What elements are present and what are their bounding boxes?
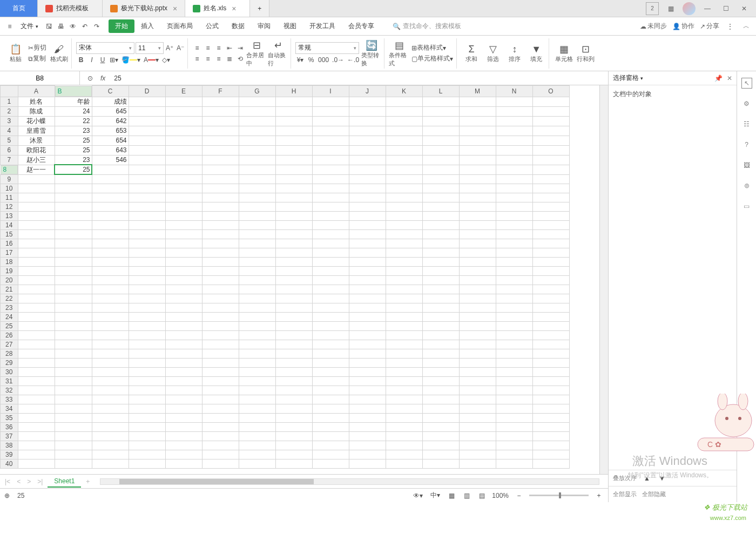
sync-button[interactable]: ☁ 未同步 (640, 22, 667, 31)
cell[interactable] (349, 116, 386, 126)
cell[interactable] (349, 136, 386, 145)
inc-decimal-icon[interactable]: .0→ (331, 55, 345, 65)
cell[interactable]: 653 (92, 126, 129, 136)
row-header[interactable]: 16 (1, 239, 18, 248)
cell[interactable] (532, 431, 569, 441)
cell[interactable] (165, 136, 202, 145)
cell[interactable] (18, 358, 55, 367)
cell[interactable] (165, 450, 202, 459)
cell[interactable]: 沐景 (18, 136, 55, 145)
cell[interactable] (422, 136, 459, 145)
row-header[interactable]: 12 (1, 202, 18, 211)
cell[interactable] (312, 441, 349, 450)
underline-button[interactable]: U (98, 55, 107, 65)
cell[interactable] (386, 459, 422, 468)
cell[interactable] (532, 145, 569, 155)
cell[interactable] (532, 321, 569, 330)
paste-button[interactable]: 📋粘贴 (5, 39, 26, 68)
image-icon[interactable]: 🖼 (741, 160, 752, 171)
cell[interactable] (496, 106, 532, 116)
cell[interactable] (532, 116, 569, 126)
cell[interactable] (532, 386, 569, 395)
cell[interactable] (312, 155, 349, 165)
cell[interactable] (386, 303, 422, 312)
cell[interactable] (459, 330, 496, 340)
cell[interactable] (349, 358, 386, 367)
cell[interactable] (18, 367, 55, 376)
cell[interactable] (496, 174, 532, 184)
cell[interactable] (496, 202, 532, 211)
cell[interactable] (129, 97, 165, 106)
avatar[interactable] (683, 2, 696, 15)
cell[interactable] (129, 330, 165, 340)
row-header[interactable]: 39 (1, 450, 18, 459)
cell[interactable] (422, 202, 459, 211)
row-header[interactable]: 25 (1, 321, 18, 330)
cell[interactable] (275, 136, 312, 145)
cell[interactable] (202, 413, 239, 422)
cell[interactable] (459, 340, 496, 349)
cell[interactable] (92, 257, 129, 266)
cell[interactable] (92, 376, 129, 386)
cell[interactable] (459, 136, 496, 145)
cell[interactable] (55, 367, 92, 376)
cell[interactable] (422, 413, 459, 422)
cell[interactable] (55, 431, 92, 441)
cell[interactable]: 25 (55, 136, 92, 145)
cell[interactable] (55, 330, 92, 340)
cell[interactable] (239, 202, 275, 211)
cell[interactable] (239, 106, 275, 116)
cell[interactable] (239, 395, 275, 404)
cell[interactable] (239, 248, 275, 257)
cells-button[interactable]: ▦单元格 (554, 39, 574, 68)
cell[interactable] (422, 395, 459, 404)
cell[interactable] (422, 193, 459, 202)
cell[interactable] (129, 349, 165, 358)
menu-view[interactable]: 视图 (277, 19, 303, 33)
cell[interactable] (496, 367, 532, 376)
cell[interactable] (92, 275, 129, 285)
cell[interactable] (349, 349, 386, 358)
cell[interactable] (239, 294, 275, 303)
cell[interactable] (349, 413, 386, 422)
cell[interactable] (275, 422, 312, 431)
cell[interactable] (496, 422, 532, 431)
cell[interactable] (129, 294, 165, 303)
cell[interactable] (92, 174, 129, 184)
cell[interactable] (459, 184, 496, 193)
cell[interactable] (422, 450, 459, 459)
next-sheet-icon[interactable]: > (25, 478, 32, 485)
cell[interactable] (165, 312, 202, 321)
cell[interactable] (349, 229, 386, 239)
cell[interactable] (165, 441, 202, 450)
cell[interactable] (386, 202, 422, 211)
cell[interactable] (239, 330, 275, 340)
cell[interactable] (275, 450, 312, 459)
cell[interactable] (312, 193, 349, 202)
cell[interactable] (55, 248, 92, 257)
cell[interactable] (386, 404, 422, 413)
cell[interactable] (129, 340, 165, 349)
cell[interactable] (55, 321, 92, 330)
cell[interactable] (312, 220, 349, 229)
cell[interactable] (422, 97, 459, 106)
cell[interactable]: 643 (92, 145, 129, 155)
cell[interactable] (165, 349, 202, 358)
zoom-in-icon[interactable]: + (594, 491, 604, 501)
cell[interactable] (202, 136, 239, 145)
cell[interactable] (55, 386, 92, 395)
bold-button[interactable]: B (76, 55, 86, 65)
location-icon[interactable]: ⊚ (741, 180, 752, 191)
cell[interactable] (349, 239, 386, 248)
row-header[interactable]: 24 (1, 312, 18, 321)
cell[interactable] (459, 155, 496, 165)
cell[interactable] (312, 136, 349, 145)
cell[interactable] (422, 220, 459, 229)
cell[interactable] (55, 441, 92, 450)
cell[interactable] (422, 285, 459, 294)
font-color-button[interactable]: A▾ (143, 55, 160, 65)
send-backward-icon[interactable]: ▼ (657, 474, 667, 483)
cell[interactable] (55, 312, 92, 321)
cell[interactable] (275, 202, 312, 211)
cell[interactable] (275, 116, 312, 126)
